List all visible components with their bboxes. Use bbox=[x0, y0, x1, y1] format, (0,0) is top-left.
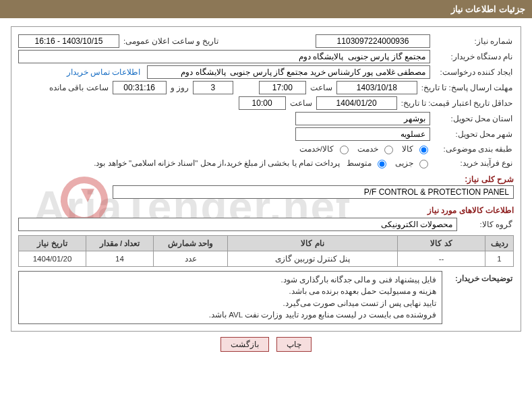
radio-medium-label: متوسط bbox=[343, 158, 372, 168]
days-remain-field bbox=[193, 81, 233, 94]
label-need-no: شماره نیاز: bbox=[433, 35, 514, 47]
label-remain: ساعت باقی مانده bbox=[48, 82, 109, 94]
th-name: نام کالا bbox=[228, 236, 398, 251]
items-table: ردیف کد کالا نام کالا واحد شمارش تعداد /… bbox=[18, 235, 514, 267]
announce-dt-field bbox=[18, 34, 119, 48]
th-code: کد کالا bbox=[398, 236, 485, 251]
min-valid-date-field bbox=[316, 96, 397, 110]
radio-service-label: خدمت bbox=[353, 144, 378, 154]
label-item-group: گروه کالا: bbox=[460, 218, 514, 230]
resp-hour-field bbox=[259, 81, 306, 94]
label-creator: ایجاد کننده درخواست: bbox=[433, 66, 514, 78]
note-line: هزینه و مسیولیت حمل بعهده برنده می باشد. bbox=[24, 286, 436, 297]
th-idx: ردیف bbox=[485, 236, 514, 251]
cell-idx: 1 bbox=[485, 251, 514, 267]
print-button[interactable]: چاپ bbox=[276, 337, 312, 352]
label-buyer-org: نام دستگاه خریدار: bbox=[433, 51, 514, 63]
label-day-and: روز و bbox=[169, 82, 190, 94]
radio-partial-label: جزیی bbox=[391, 158, 413, 168]
need-desc-head: شرح کلی نیاز: bbox=[465, 175, 514, 184]
main-panel: شماره نیاز: تاریخ و ساعت اعلان عمومی: نا… bbox=[11, 26, 521, 332]
th-qty: تعداد / مقدار bbox=[86, 236, 154, 251]
radio-goods[interactable] bbox=[419, 146, 428, 154]
cell-unit: عدد bbox=[154, 251, 228, 267]
label-hour-2: ساعت bbox=[289, 97, 314, 109]
back-button[interactable]: بازگشت bbox=[220, 337, 269, 352]
radio-medium[interactable] bbox=[378, 160, 386, 168]
radio-partial[interactable] bbox=[419, 160, 428, 168]
page-title: جزئیات اطلاعات نیاز bbox=[451, 4, 525, 14]
purchase-note: پرداخت تمام یا بخشی از مبلغ خرید،از محل … bbox=[88, 157, 340, 169]
buyer-contact-link[interactable]: اطلاعات تماس خریدار bbox=[63, 67, 144, 77]
note-line: فایل پیشنهاد فنی و مالی جدگانه بارگذاری … bbox=[24, 274, 436, 286]
subject-radio-group: کالا خدمت کالا/خدمت bbox=[295, 144, 430, 154]
buyer-org-field bbox=[18, 50, 430, 63]
label-purchase-type: نوع فرآیند خرید: bbox=[433, 157, 514, 169]
item-group-field bbox=[18, 218, 457, 231]
table-row: 1 -- پنل کنترل توربین گازی عدد 14 1404/0… bbox=[19, 251, 514, 267]
cell-name: پنل کنترل توربین گازی bbox=[228, 251, 398, 267]
radio-both-label: کالا/خدمت bbox=[295, 144, 334, 154]
buyer-notes-box: فایل پیشنهاد فنی و مالی جدگانه بارگذاری … bbox=[18, 271, 442, 324]
creator-field bbox=[147, 65, 430, 79]
label-deliv-city: شهر محل تحویل: bbox=[433, 128, 514, 140]
deliv-city-field bbox=[295, 127, 430, 141]
label-resp-deadline: مهلت ارسال پاسخ: تا تاریخ: bbox=[420, 82, 514, 94]
label-announce-dt: تاریخ و ساعت اعلان عمومی: bbox=[122, 35, 220, 47]
th-date: تاریخ نیاز bbox=[19, 236, 86, 251]
cell-date: 1404/01/20 bbox=[19, 251, 86, 267]
hours-remain-field bbox=[113, 81, 167, 94]
min-valid-hour-field bbox=[239, 96, 286, 110]
purchase-radio-group: جزیی متوسط bbox=[343, 158, 430, 168]
items-section-head: اطلاعات کالاهای مورد نیاز bbox=[18, 206, 514, 215]
cell-qty: 14 bbox=[86, 251, 154, 267]
label-min-valid: حداقل تاریخ اعتبار قیمت: تا تاریخ: bbox=[400, 97, 514, 109]
note-line: تایید نهایی پس از تست میدانی صورت می‌گیر… bbox=[24, 298, 436, 309]
page-title-bar: جزئیات اطلاعات نیاز bbox=[0, 0, 532, 18]
need-no-field bbox=[316, 34, 430, 48]
deliv-prov-field bbox=[295, 112, 430, 125]
label-hour-1: ساعت bbox=[309, 82, 334, 94]
cell-code: -- bbox=[398, 251, 485, 267]
th-unit: واحد شمارش bbox=[154, 236, 228, 251]
resp-date-field bbox=[336, 81, 417, 94]
note-line: فروشنده می بایست در لیست منابع مورد تایی… bbox=[24, 309, 436, 321]
button-row: چاپ بازگشت bbox=[0, 337, 532, 352]
radio-service[interactable] bbox=[384, 146, 393, 154]
need-desc-field bbox=[113, 185, 514, 199]
radio-goods-label: کالا bbox=[398, 144, 413, 154]
label-buyer-notes: توضیحات خریدار: bbox=[446, 271, 514, 284]
label-deliv-prov: استان محل تحویل: bbox=[433, 113, 514, 125]
label-subject-class: طبقه بندی موضوعی: bbox=[433, 143, 514, 155]
radio-both[interactable] bbox=[340, 146, 349, 154]
